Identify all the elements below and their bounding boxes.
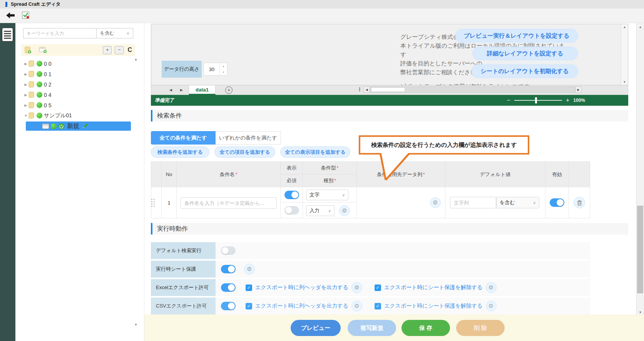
top-toolbar [0, 8, 644, 23]
cell-cond-type: 文字 ∨ [303, 187, 357, 203]
tree-node[interactable]: ▶ 0 4 [23, 90, 133, 100]
pencil-icon [82, 123, 89, 129]
add-sheet-icon[interactable]: + [225, 86, 233, 94]
enabled-toggle[interactable] [550, 198, 564, 207]
tree-node[interactable]: ▶ 0 2 [23, 79, 133, 90]
export-unprotect-gear-icon[interactable]: ⚙ [486, 282, 497, 293]
collapse-arrow-icon[interactable]: ▼ [23, 114, 28, 118]
status-dot-icon [37, 82, 42, 87]
export-unprotect-label[interactable]: エクスポート時にシート保護を解除する [384, 284, 483, 291]
csv-option2-label[interactable]: エクスポート時にシート保護を解除する [384, 303, 483, 309]
default-value-input[interactable] [450, 197, 496, 208]
export-header-gear-icon[interactable]: ⚙ [351, 282, 362, 293]
csv-option2-checkbox[interactable]: ✓ [375, 303, 381, 309]
condition-name-input[interactable] [181, 197, 277, 209]
match-all-tab[interactable]: 全ての条件を満たす [151, 131, 216, 145]
tab-next-icon[interactable]: ▶ [180, 88, 183, 92]
target-settings-gear-icon[interactable]: ⚙ [430, 197, 441, 208]
zoom-in-icon[interactable]: + [566, 97, 569, 104]
preview-button[interactable]: プレビュー [291, 320, 341, 336]
expand-arrow-icon[interactable]: ▶ [23, 83, 28, 86]
expand-arrow-icon[interactable]: ▶ [23, 72, 28, 76]
scroll-up-icon[interactable]: ▲ [621, 25, 628, 29]
zoom-slider-thumb[interactable] [535, 97, 537, 103]
hscroll-thumb[interactable] [371, 87, 405, 92]
zoom-slider[interactable] [514, 100, 562, 101]
sheet-protect-gear-icon[interactable]: ⚙ [244, 264, 255, 274]
add-window-icon[interactable] [39, 47, 47, 53]
csv-option1-gear-icon[interactable]: ⚙ [351, 301, 362, 311]
csv-export-toggle[interactable] [221, 302, 236, 310]
collapse-all-button[interactable]: − [115, 46, 124, 54]
csv-option1-label[interactable]: エクスポート時に列ヘッダを出力する [255, 303, 348, 309]
menu-hamburger-icon[interactable] [2, 28, 13, 42]
export-header-label[interactable]: エクスポート時に列ヘッダを出力する [255, 284, 348, 291]
back-arrow-icon[interactable] [6, 12, 15, 19]
save-button[interactable]: 保 存 [401, 320, 450, 336]
preview-scrollbar[interactable]: ▲ ▼ [621, 24, 628, 85]
reset-layout-button[interactable]: シートのレイアウトを初期化する [472, 65, 578, 78]
tab-prev-icon[interactable]: ◀ [169, 88, 172, 92]
hscroll-left-icon[interactable]: ◀ [363, 86, 370, 93]
col-header-required: 必須 [280, 174, 303, 187]
spin-up-icon[interactable]: ▲ [220, 63, 227, 69]
page-scroll-down-icon[interactable]: ▼ [637, 311, 644, 314]
spin-down-icon[interactable]: ▼ [220, 69, 227, 75]
add-all-items-button[interactable]: 全ての項目を追加する [214, 146, 275, 158]
kind-select[interactable]: 入力 ∨ [306, 205, 335, 216]
sheet-check-icon[interactable] [22, 12, 30, 19]
delete-row-button[interactable] [574, 197, 585, 208]
default-search-toggle[interactable] [221, 246, 236, 255]
page-scrollbar-thumb[interactable] [637, 206, 643, 293]
chevron-down-icon: ∨ [533, 201, 536, 205]
tree-node[interactable]: ▶ 0 1 [23, 69, 133, 79]
tree-scroll-up-icon[interactable]: ▲ [134, 58, 137, 61]
row-height-stepper[interactable]: 30 ▲ ▼ [204, 63, 227, 76]
trash-icon [577, 200, 582, 206]
csv-option2-gear-icon[interactable]: ⚙ [486, 301, 497, 311]
drag-handle-icon[interactable] [151, 199, 161, 207]
expand-arrow-icon[interactable]: ▶ [23, 103, 28, 107]
tab-splitter-dots-icon[interactable]: ⋮ [357, 86, 362, 92]
tree-scroll-down-icon[interactable]: ▼ [134, 323, 137, 326]
sheet-tab-data1[interactable]: data1 [189, 85, 216, 95]
callout-tail [366, 153, 420, 183]
add-document-icon[interactable] [24, 47, 32, 54]
add-condition-button[interactable]: 検索条件を追加する [151, 146, 209, 158]
expand-arrow-icon[interactable]: ▶ [23, 93, 28, 97]
runtime-row-csv-export-clipped: CSVエクスポート許可 ✓ エクスポート時に列ヘッダを出力する ⚙ ✓ エクスポ… [151, 298, 590, 314]
page-scroll-up-icon[interactable]: ▲ [637, 25, 644, 29]
export-header-checkbox[interactable]: ✓ [246, 284, 252, 291]
tree-node-expanded[interactable]: ▼ サンプル01 [23, 110, 133, 121]
zoom-out-icon[interactable]: − [507, 97, 510, 104]
kind-settings-gear-icon[interactable]: ⚙ [339, 205, 350, 216]
detail-layout-button[interactable]: 詳細なレイアウトを設定する [473, 47, 577, 60]
chevron-down-icon: ∨ [342, 193, 345, 197]
cell-handle [151, 187, 162, 218]
copy-new-button[interactable]: 複写新規 [348, 320, 396, 336]
scroll-down-icon[interactable]: ▼ [621, 80, 628, 84]
required-toggle[interactable] [284, 206, 299, 215]
add-all-display-items-button[interactable]: 全ての表示項目を追加する [280, 146, 350, 158]
preview-layout-button[interactable]: プレビュー実行＆レイアウトを設定する [455, 29, 578, 42]
show-toggle[interactable] [284, 191, 299, 199]
hscroll-right-icon[interactable]: ▶ [575, 86, 582, 93]
csv-option1-checkbox[interactable]: ✓ [246, 303, 252, 309]
status-bar: 準備完了 − + 100% [151, 95, 628, 106]
search-operator-select[interactable]: を含む ∨ [96, 28, 133, 38]
col-header-handle [151, 161, 162, 187]
tree-node[interactable]: ▶ 0 5 [23, 100, 133, 110]
expand-arrow-icon[interactable]: ▶ [23, 62, 28, 66]
keyword-search-input[interactable] [23, 28, 96, 38]
tree-node[interactable]: ▶ 0 0 [23, 58, 133, 69]
default-operator-select[interactable]: を含む ∨ [496, 197, 539, 208]
tree-node-selected[interactable]: 新規 [26, 121, 131, 131]
match-any-tab[interactable]: いずれかの条件を満たす [216, 131, 281, 145]
export-unprotect-checkbox[interactable]: ✓ [375, 284, 381, 291]
expand-all-button[interactable]: + [103, 46, 112, 54]
excel-export-toggle[interactable] [221, 283, 236, 292]
delete-button[interactable]: 削 除 [456, 320, 505, 336]
refresh-icon[interactable]: C [127, 47, 132, 53]
sheet-protect-toggle[interactable] [221, 265, 236, 273]
condition-type-select[interactable]: 文字 ∨ [306, 190, 348, 200]
